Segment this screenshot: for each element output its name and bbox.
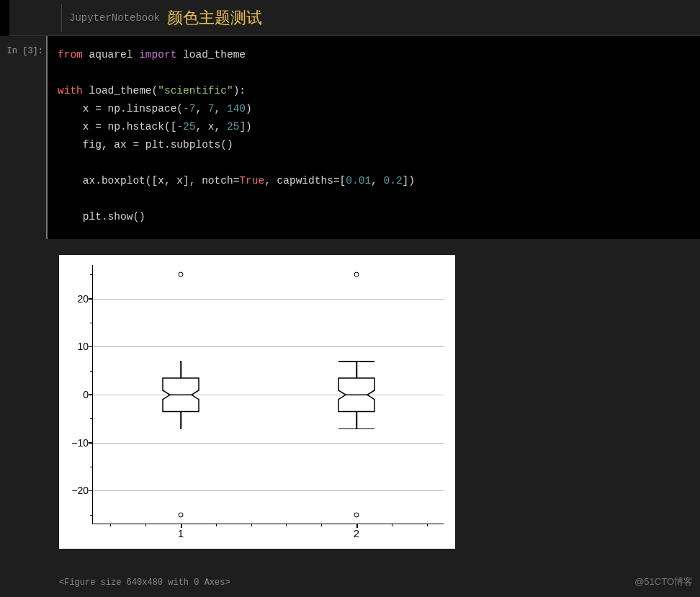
code-cell: In [3]: from aquarel import load_theme w… <box>0 36 700 239</box>
box2-flier-low <box>354 512 359 517</box>
figure-size-note: <Figure size 640x480 with 0 Axes> <box>59 578 700 588</box>
watermark: @51CTO博客 <box>634 575 693 588</box>
box2-cap-upper <box>338 361 374 362</box>
notebook-header: JupyterNotebook 颜色主题测试 <box>0 0 700 36</box>
box1-flier-high <box>179 272 184 277</box>
box2-whisker-lower <box>356 411 357 428</box>
ytick-m20: −20 <box>66 485 89 496</box>
ytick-m10: −10 <box>66 437 89 449</box>
box1-whisker-lower <box>180 411 181 428</box>
box2-body <box>338 378 374 412</box>
header-divider <box>61 4 62 32</box>
output-area: 20 10 0 −10 −20 1 <box>0 239 700 597</box>
xtick-2: 2 <box>354 527 359 539</box>
box1-body <box>163 378 199 412</box>
ytick-20: 20 <box>66 293 89 305</box>
header-stub <box>0 0 9 36</box>
box2-flier-high <box>354 272 359 277</box>
box1-cap-lower <box>180 428 181 430</box>
ytick-10: 10 <box>66 341 89 352</box>
box1-whisker-upper <box>180 361 181 377</box>
cell-prompt: In [3]: <box>0 36 46 239</box>
ytick-0: 0 <box>66 389 89 400</box>
axes: 20 10 0 −10 −20 1 <box>92 265 444 524</box>
boxplot-figure: 20 10 0 −10 −20 1 <box>59 255 455 549</box>
notebook-type-label: JupyterNotebook <box>69 12 160 24</box>
box1-cap-upper <box>180 361 181 362</box>
box2-whisker-upper <box>356 361 357 377</box>
box1-flier-low <box>179 512 184 517</box>
code-editor[interactable]: from aquarel import load_theme with load… <box>48 36 700 239</box>
box2-cap-lower <box>338 428 374 430</box>
notebook-title[interactable]: 颜色主题测试 <box>167 7 262 29</box>
xtick-1: 1 <box>178 527 184 539</box>
